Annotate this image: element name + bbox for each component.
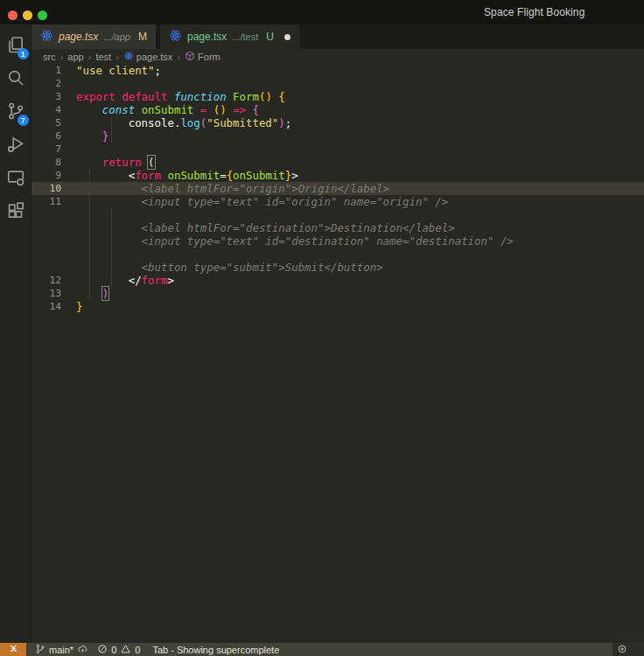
breadcrumb-src[interactable]: src bbox=[43, 52, 56, 62]
code-line-text: <button type="submit">Submit</button> bbox=[61, 261, 383, 274]
code-row[interactable]: <input type="text" id="destination" name… bbox=[32, 234, 644, 248]
line-number: 4 bbox=[32, 103, 61, 116]
breadcrumb-app[interactable]: app bbox=[67, 52, 83, 62]
code-row[interactable] bbox=[32, 208, 644, 221]
code-row[interactable]: 13 ) bbox=[32, 287, 644, 300]
code-row[interactable]: 7 bbox=[32, 143, 644, 156]
tab-directory: .../app bbox=[103, 31, 130, 42]
react-file-icon bbox=[123, 51, 134, 63]
code-editor[interactable]: 1"use client";23export default function … bbox=[32, 64, 644, 643]
code-row[interactable]: <label htmlFor="destination">Destination… bbox=[32, 221, 644, 234]
code-row[interactable]: 6 } bbox=[32, 129, 644, 143]
breadcrumb-symbol-label: Form bbox=[198, 52, 220, 62]
code-row[interactable]: <button type="submit">Submit</button> bbox=[32, 261, 644, 274]
code-row[interactable]: 2 bbox=[32, 77, 644, 90]
code-row[interactable]: 11 <input type="text" id="origin" name="… bbox=[32, 195, 644, 208]
vscode-window: Space Flight Booking 1 bbox=[0, 0, 644, 656]
remote-indicator[interactable] bbox=[0, 643, 26, 656]
sidebar-item-remote-explorer[interactable] bbox=[0, 161, 32, 194]
indent-guide bbox=[111, 208, 112, 287]
remote-icon bbox=[8, 643, 19, 656]
line-number: 8 bbox=[32, 156, 61, 169]
tab-page-tsx-test[interactable]: page.tsx .../test U bbox=[160, 24, 299, 49]
code-row[interactable]: 9 <form onSubmit={onSubmit}> bbox=[32, 169, 644, 182]
code-line-text: </form> bbox=[61, 274, 174, 287]
explorer-badge: 1 bbox=[18, 48, 29, 59]
sidebar-item-search[interactable] bbox=[0, 61, 32, 94]
code-line-text: <form onSubmit={onSubmit}> bbox=[61, 169, 298, 182]
code-line-text: console.log("Submitted"); bbox=[61, 116, 291, 129]
errors-count: 0 bbox=[111, 645, 116, 655]
code-row[interactable]: 3export default function Form() { bbox=[32, 90, 644, 103]
branch-status[interactable]: main* bbox=[35, 643, 88, 656]
code-row[interactable]: 1"use client"; bbox=[32, 64, 644, 77]
symbol-namespace-icon bbox=[185, 51, 195, 63]
code-lines: 1"use client";23export default function … bbox=[32, 64, 644, 313]
code-row[interactable] bbox=[32, 248, 644, 261]
code-line-text: return ( bbox=[61, 156, 155, 169]
line-number bbox=[32, 248, 61, 261]
remote-explorer-icon bbox=[6, 168, 25, 187]
sidebar-item-extensions[interactable] bbox=[0, 194, 32, 227]
code-row[interactable]: 8 return ( bbox=[32, 156, 644, 169]
breadcrumb-file[interactable]: page.tsx bbox=[123, 51, 173, 63]
line-number: 3 bbox=[32, 90, 61, 103]
code-line-text: <input type="text" id="origin" name="ori… bbox=[61, 195, 448, 208]
search-icon bbox=[6, 68, 25, 87]
react-file-icon bbox=[40, 29, 53, 45]
line-number: 5 bbox=[32, 116, 61, 129]
tab-page-tsx-app[interactable]: page.tsx .../app M bbox=[32, 24, 156, 49]
indent-guide bbox=[111, 116, 112, 143]
react-file-icon bbox=[169, 29, 182, 45]
close-window-button[interactable] bbox=[8, 10, 18, 20]
git-status-modified: M bbox=[138, 31, 147, 43]
sync-cloud-icon bbox=[77, 644, 88, 656]
indent-guide bbox=[89, 169, 90, 300]
code-line-text: <label htmlFor="destination">Destination… bbox=[61, 221, 455, 234]
errors-icon bbox=[97, 644, 108, 656]
sidebar-item-explorer[interactable]: 1 bbox=[0, 28, 32, 61]
problems-status[interactable]: 0 0 bbox=[97, 643, 140, 656]
code-line-text: <label htmlFor="origin">Origin</label> bbox=[61, 182, 389, 195]
supercomplete-status-message[interactable]: Tab - Showing supercomplete bbox=[152, 645, 279, 655]
branch-name: main* bbox=[49, 645, 74, 655]
zoom-window-button[interactable] bbox=[38, 10, 47, 20]
unsaved-dot-icon[interactable] bbox=[284, 34, 290, 40]
line-number: 1 bbox=[32, 64, 61, 77]
breadcrumb-file-label: page.tsx bbox=[136, 52, 173, 62]
warnings-count: 0 bbox=[135, 645, 140, 655]
code-line-text: const onSubmit = () => { bbox=[61, 103, 259, 116]
breadcrumb-symbol[interactable]: Form bbox=[185, 51, 220, 63]
code-line-text: } bbox=[61, 129, 108, 143]
line-number: 11 bbox=[32, 195, 61, 208]
tab-filename: page.tsx bbox=[59, 31, 98, 43]
code-line-text: } bbox=[61, 300, 82, 313]
source-control-badge: 7 bbox=[18, 115, 29, 126]
code-row[interactable]: 14} bbox=[32, 300, 644, 313]
code-line-text bbox=[61, 77, 76, 90]
minimize-window-button[interactable] bbox=[23, 10, 32, 20]
title-bar: Space Flight Booking bbox=[0, 0, 644, 24]
code-row[interactable]: 4 const onSubmit = () => { bbox=[32, 103, 644, 116]
chevron-right-icon: › bbox=[60, 52, 64, 62]
sidebar-item-run-debug[interactable] bbox=[0, 128, 32, 161]
git-branch-icon bbox=[35, 644, 46, 656]
code-line-text: <input type="text" id="destination" name… bbox=[61, 234, 514, 248]
code-row[interactable]: 10 <label htmlFor="origin">Origin</label… bbox=[32, 182, 644, 195]
code-line-text: ) bbox=[61, 287, 108, 300]
tab-filename: page.tsx bbox=[187, 31, 227, 43]
line-number bbox=[32, 234, 61, 248]
sidebar-item-source-control[interactable]: 7 bbox=[0, 94, 32, 128]
code-row[interactable]: 12 </form> bbox=[32, 274, 644, 287]
line-number bbox=[32, 208, 61, 221]
activity-bar: 1 7 bbox=[0, 24, 32, 643]
status-bar: main* 0 0 Tab - Showing super bbox=[0, 643, 644, 656]
line-number bbox=[32, 221, 61, 234]
line-number: 2 bbox=[32, 77, 61, 90]
zoom-indicator-icon[interactable] bbox=[617, 644, 627, 656]
line-number: 10 bbox=[32, 182, 61, 195]
breadcrumb-test[interactable]: test bbox=[95, 52, 111, 62]
code-row[interactable]: 5 console.log("Submitted"); bbox=[32, 116, 644, 129]
chevron-right-icon: › bbox=[116, 52, 119, 62]
extensions-icon bbox=[6, 201, 25, 220]
